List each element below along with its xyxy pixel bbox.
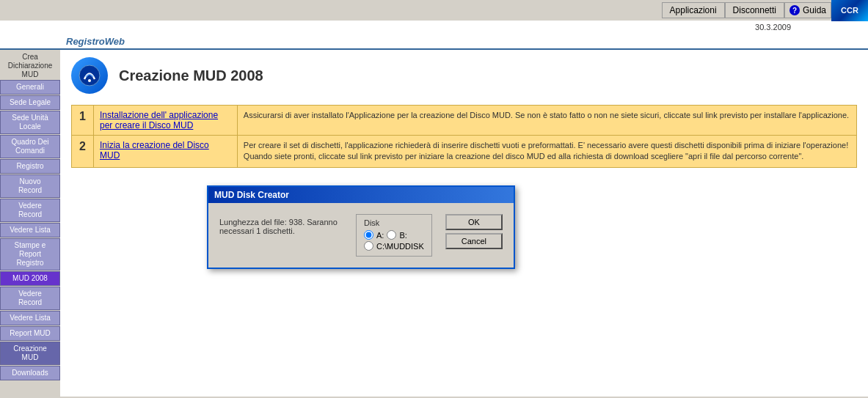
applicazioni-button[interactable]: Applicazioni <box>662 2 725 18</box>
dialog-cancel-button[interactable]: Cancel <box>445 233 503 249</box>
radio-a[interactable] <box>364 230 373 240</box>
dialog-title-bar: MUD Disk Creator <box>208 187 514 203</box>
dialog-overlay: MUD Disk Creator Lunghezza del file: 938… <box>60 50 868 397</box>
sidebar-btn-mud-2008[interactable]: MUD 2008 <box>0 271 60 286</box>
sidebar-btn-vedere-record[interactable]: VedereRecord <box>0 199 60 222</box>
radio-c[interactable] <box>364 241 373 251</box>
ccr-logo: CCR <box>831 0 868 21</box>
radio-b[interactable] <box>387 230 396 240</box>
guida-button[interactable]: ? Guida <box>784 2 831 18</box>
sidebar-btn-vedere-record-2[interactable]: VedereRecord <box>0 287 60 310</box>
sidebar: CreaDichiarazioneMUD Generali Sede Legal… <box>0 50 60 397</box>
radio-a-label: A: <box>376 231 384 240</box>
radio-c-row: C:\MUDDISK <box>364 241 424 251</box>
disconnetti-button[interactable]: Disconnetti <box>725 2 784 18</box>
top-bar: Applicazioni Disconnetti ? Guida CCR <box>0 0 868 21</box>
dialog-body: Lunghezza del file: 938. Saranno necessa… <box>208 203 514 268</box>
sidebar-btn-vedere-lista[interactable]: Vedere Lista <box>0 223 60 237</box>
sidebar-btn-nuovo-record[interactable]: NuovoRecord <box>0 174 60 198</box>
radio-a-row: A: B: <box>364 230 424 240</box>
radio-c-label: C:\MUDDISK <box>376 242 424 251</box>
sidebar-btn-stampe[interactable]: Stampe eReportRegistro <box>0 238 60 270</box>
dialog-buttons: OK Cancel <box>445 214 503 249</box>
sidebar-btn-generali[interactable]: Generali <box>0 80 60 95</box>
sidebar-btn-registro[interactable]: Registro <box>0 159 60 174</box>
sidebar-btn-sede-unita[interactable]: Sede UnitàLocale <box>0 111 60 134</box>
radio-b-label: B: <box>399 231 406 240</box>
sidebar-btn-sede-legale[interactable]: Sede Legale <box>0 95 60 110</box>
registro-title: RegistroWeb <box>66 36 125 47</box>
main-layout: CreaDichiarazioneMUD Generali Sede Legal… <box>0 50 868 397</box>
date-bar: 30.3.2009 <box>0 21 868 34</box>
disk-group: Disk A: B: C:\MUDDISK <box>356 214 432 257</box>
sidebar-btn-creazione-mud[interactable]: CreazioneMUD <box>0 342 60 365</box>
sidebar-btn-report-mud[interactable]: Report MUD <box>0 326 60 341</box>
dialog-title: MUD Disk Creator <box>214 190 289 200</box>
crea-dichiarazione-label: CreaDichiarazioneMUD <box>0 51 60 79</box>
disk-group-label: Disk <box>364 218 424 227</box>
help-icon: ? <box>789 5 800 15</box>
content-area: Creazione MUD 2008 1 Installazione dell'… <box>60 50 868 397</box>
mud-disk-creator-dialog: MUD Disk Creator Lunghezza del file: 938… <box>207 185 515 269</box>
dialog-body-text: Lunghezza del file: 938. Saranno necessa… <box>219 214 349 235</box>
sidebar-btn-downloads[interactable]: Downloads <box>0 366 60 380</box>
date-display: 30.3.2009 <box>755 23 791 32</box>
sidebar-btn-vedere-lista-2[interactable]: Vedere Lista <box>0 311 60 325</box>
sidebar-btn-quadro[interactable]: Quadro DeiComandi <box>0 135 60 158</box>
registro-bar: RegistroWeb <box>0 34 868 50</box>
dialog-ok-button[interactable]: OK <box>445 214 503 230</box>
